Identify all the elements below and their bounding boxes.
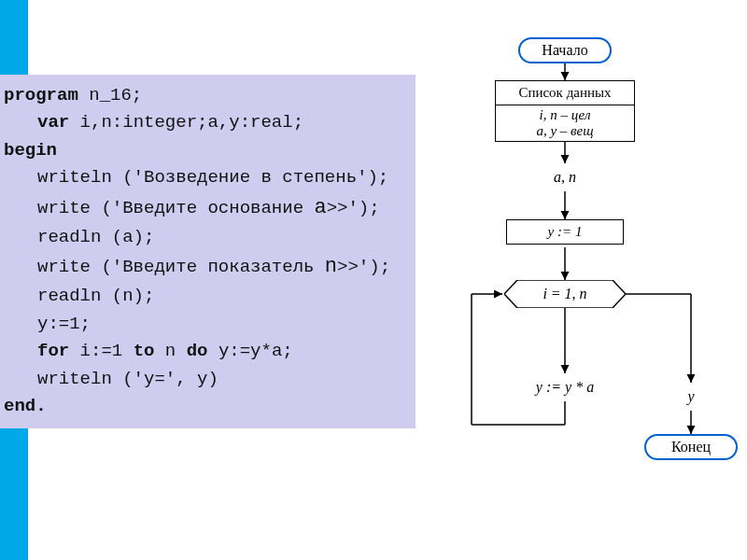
flow-init: y := 1 (506, 219, 624, 245)
flow-end: Конец (644, 434, 738, 460)
kw-program: program (4, 85, 78, 105)
flowchart: Начало Список данных i, n – цел a, y – в… (448, 37, 747, 560)
code-text: readln (a); (4, 224, 154, 251)
flow-types-2: a, y – вещ (496, 123, 634, 139)
flow-body-label: y := y * a (536, 379, 594, 395)
code-text: >>'); (327, 198, 380, 218)
flow-data-list-label: Список данных (518, 85, 611, 100)
kw-do: do (187, 341, 208, 361)
code-text: readln (n); (4, 283, 154, 310)
code-text: i:=1 (69, 341, 133, 361)
code-text: y:=y*a; (207, 341, 292, 361)
code-text: i,n:integer;a,y:real; (69, 112, 303, 133)
code-block: program n_16; var i,n:integer;a,y:real; … (0, 75, 416, 428)
kw-end: end. (4, 396, 47, 416)
flow-data-list: Список данных (495, 80, 635, 105)
code-text: write ('Введите показатель (37, 257, 325, 277)
code-text: n (325, 255, 337, 278)
flow-input: a, n (514, 163, 616, 191)
code-text: write ('Введите основание (37, 198, 314, 218)
code-text: writeln ('y=', y) (4, 366, 218, 393)
flow-init-label: y := 1 (548, 224, 583, 239)
kw-for: for (37, 341, 69, 361)
kw-var: var (37, 112, 69, 133)
flow-output: y (649, 383, 733, 411)
flow-loop: i = 1, n (504, 280, 626, 308)
flow-loop-label: i = 1, n (543, 286, 586, 301)
code-text: >>'); (337, 257, 390, 277)
flow-start: Начало (518, 37, 612, 63)
kw-to: to (134, 341, 155, 361)
flow-types-1: i, n – цел (496, 107, 634, 123)
flow-end-label: Конец (671, 439, 711, 455)
code-text: writeln ('Возведение в степень'); (4, 164, 388, 191)
flow-body: y := y * a (514, 373, 616, 401)
code-text: n (154, 341, 186, 361)
flow-input-label: a, n (554, 169, 576, 185)
flow-start-label: Начало (542, 42, 587, 58)
flow-output-label: y (687, 388, 694, 404)
code-text: n_16; (78, 85, 142, 105)
code-text: a (314, 196, 326, 219)
code-text: y:=1; (4, 311, 91, 338)
kw-begin: begin (4, 140, 57, 161)
flow-types: i, n – цел a, y – вещ (495, 105, 635, 142)
